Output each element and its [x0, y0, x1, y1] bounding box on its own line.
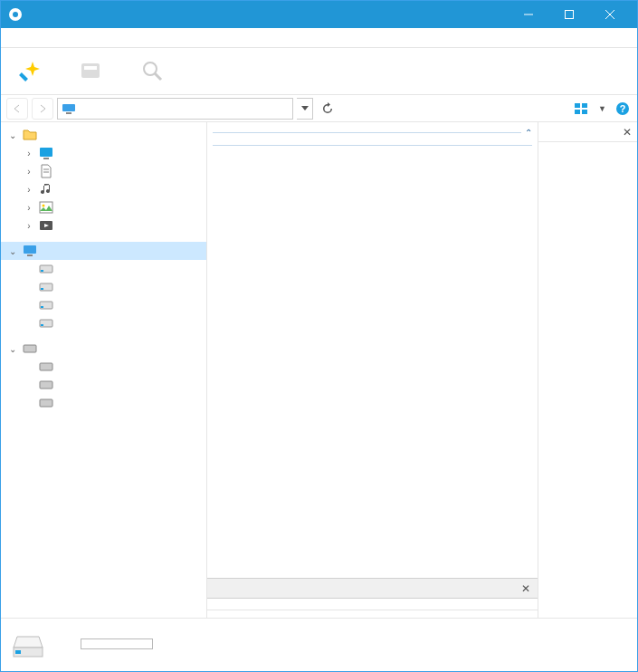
drive-icon [10, 629, 46, 660]
refresh-button[interactable] [317, 98, 338, 120]
chevron-right-icon[interactable]: › [23, 149, 35, 158]
svg-rect-39 [40, 399, 52, 407]
maximize-button[interactable] [548, 1, 589, 28]
section-hdd: ⌃ [209, 128, 532, 138]
svg-rect-19 [40, 148, 52, 157]
svg-rect-14 [582, 103, 587, 108]
tree-music[interactable]: › [1, 180, 206, 198]
svg-rect-35 [41, 324, 43, 326]
chevron-down-icon[interactable]: ⌄ [6, 130, 19, 140]
tree-phys-2[interactable] [1, 394, 206, 412]
svg-rect-26 [24, 245, 36, 254]
chevron-down-icon[interactable]: ⌄ [6, 344, 19, 354]
nav-back-button[interactable] [6, 98, 28, 120]
breadcrumb[interactable] [57, 98, 293, 120]
chevron-right-icon[interactable]: › [23, 167, 35, 177]
addressbar: ▼ ? [1, 95, 637, 122]
toolbar [1, 48, 637, 95]
disk-icon [39, 360, 53, 374]
tree-drive-d[interactable] [1, 278, 206, 296]
tree-videos[interactable]: › [1, 216, 206, 235]
menu-edit[interactable] [21, 36, 35, 40]
wizard-button[interactable] [6, 58, 52, 84]
desktop-icon [39, 146, 53, 160]
drive-icon [39, 316, 53, 331]
menu-tools[interactable] [53, 36, 68, 40]
app-icon [8, 7, 23, 22]
svg-rect-5 [19, 72, 28, 82]
tree-pictures[interactable]: › [1, 198, 206, 216]
svg-rect-31 [41, 288, 43, 290]
section-phys [209, 145, 532, 146]
svg-rect-41 [15, 650, 21, 654]
tree-folders[interactable]: ⌄ [1, 126, 206, 144]
view-options-button[interactable] [573, 100, 591, 118]
help-button[interactable]: ? [614, 100, 632, 118]
svg-rect-20 [43, 158, 49, 159]
tree-desktop[interactable]: › [1, 144, 206, 162]
drive-manager-legend [207, 610, 538, 618]
chevron-down-icon[interactable]: ⌄ [6, 246, 19, 256]
drive-manager: ✕ [207, 578, 538, 618]
wizard-icon [16, 58, 42, 83]
svg-rect-13 [575, 103, 580, 108]
svg-rect-12 [66, 112, 71, 114]
minimize-button[interactable] [508, 1, 548, 28]
tree-thispc[interactable]: ⌄ [1, 242, 206, 260]
drive-icon [39, 262, 53, 276]
nav-forward-button[interactable] [32, 98, 53, 120]
pc-icon [62, 103, 76, 114]
svg-rect-36 [24, 345, 36, 352]
tree-drive-e[interactable] [1, 296, 206, 314]
svg-rect-11 [62, 104, 75, 111]
chevron-right-icon[interactable]: › [23, 203, 35, 213]
recovery-icon [78, 58, 103, 83]
svg-rect-29 [41, 270, 43, 272]
chevron-right-icon[interactable]: › [23, 221, 35, 231]
chevron-right-icon[interactable]: › [23, 185, 35, 195]
tree-phys-1[interactable] [1, 376, 206, 394]
disk-icon [39, 378, 53, 392]
svg-rect-38 [40, 381, 52, 389]
statusbar [1, 619, 637, 671]
tree-documents[interactable]: › [1, 162, 206, 180]
close-icon[interactable]: ✕ [521, 582, 530, 595]
tree-drive-f[interactable] [1, 314, 206, 332]
tree-drive-c[interactable] [1, 260, 206, 278]
close-icon[interactable]: ✕ [623, 126, 632, 139]
close-button[interactable] [589, 1, 630, 28]
svg-rect-27 [27, 254, 33, 256]
tree-physical[interactable]: ⌄ [1, 340, 206, 358]
folder-icon [23, 128, 37, 142]
svg-marker-6 [25, 62, 40, 76]
nav-tree: ⌄ › › › › › ⌄ ⌄ [1, 122, 207, 618]
disk-icon [23, 341, 37, 356]
music-icon [39, 182, 53, 197]
svg-rect-8 [84, 66, 97, 70]
menubar [1, 28, 637, 48]
titlebar [1, 1, 637, 28]
svg-rect-16 [582, 110, 587, 114]
picture-icon [39, 200, 53, 215]
pc-icon [23, 244, 37, 258]
menu-help[interactable] [70, 36, 84, 40]
video-icon [39, 218, 53, 233]
menu-file[interactable] [5, 36, 19, 40]
collapse-icon[interactable]: ⌃ [525, 128, 532, 138]
preview-pane: ✕ [538, 122, 637, 618]
findfile-icon [139, 58, 165, 83]
svg-line-10 [155, 73, 161, 80]
view-dropdown-icon[interactable]: ▼ [598, 104, 606, 113]
findfile-button[interactable] [129, 58, 175, 84]
svg-text:?: ? [620, 103, 626, 114]
breadcrumb-dropdown[interactable] [297, 98, 313, 120]
drive-icon [39, 298, 53, 312]
drive-icon [39, 280, 53, 294]
content-area: ⌃ ✕ [207, 122, 538, 618]
svg-rect-15 [575, 110, 580, 114]
menu-view[interactable] [37, 36, 52, 40]
recovery-button[interactable] [68, 58, 113, 84]
tree-phys-0[interactable] [1, 358, 206, 376]
svg-point-9 [144, 62, 157, 75]
svg-rect-33 [41, 306, 43, 308]
